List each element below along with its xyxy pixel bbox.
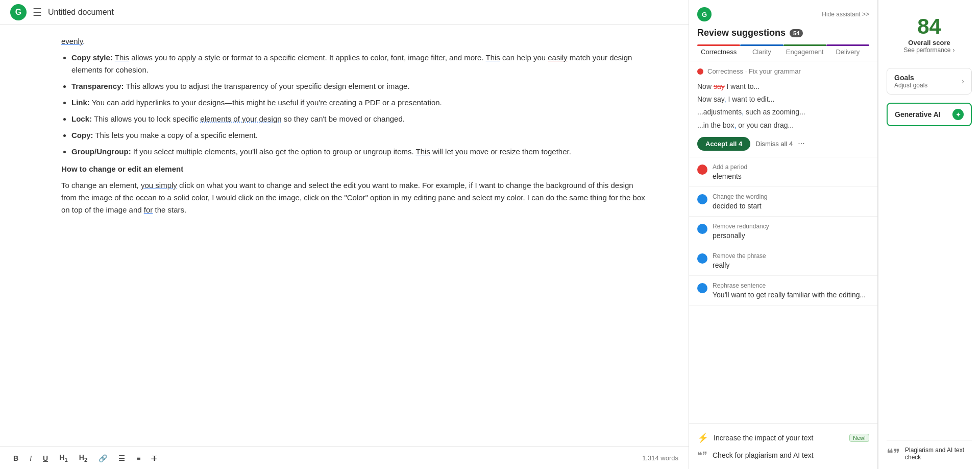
suggestion-text: You'll want to get really familiar with …	[713, 291, 866, 299]
gen-ai-box[interactable]: Generative AI ✦	[887, 103, 972, 126]
chevron-right-icon: ›	[962, 77, 964, 86]
suggestion-dot-blue3	[697, 253, 707, 264]
link-button[interactable]: 🔗	[95, 452, 110, 464]
unordered-list-button[interactable]: ≡	[133, 452, 143, 464]
list-item: Lock: This allows you to lock specific e…	[71, 113, 648, 125]
h1-button[interactable]: H1	[56, 451, 71, 465]
suggestion-text: decided to start	[713, 202, 767, 210]
suggestion-text: personally	[713, 231, 769, 240]
panel-footer: ⚡ Increase the impact of your text New! …	[689, 424, 877, 469]
fix-item: Now say, I want to edit...	[697, 93, 869, 106]
score-box: 84 Overall score See performance ›	[887, 8, 972, 60]
overall-score: 84	[893, 14, 966, 39]
suggestion-remove-phrase[interactable]: Remove the phrase really	[689, 246, 877, 276]
suggestion-header: Remove redundancy	[713, 223, 769, 230]
suggestion-remove-redundancy[interactable]: Remove redundancy personally	[689, 217, 877, 246]
suggestion-add-period[interactable]: Add a period elements	[689, 157, 877, 187]
grammar-fix-header: Correctness · Fix your grammar	[697, 67, 869, 75]
plagiarism-box[interactable]: ❝❞ Plagiarism and AI text check	[887, 440, 972, 461]
h2-button[interactable]: H2	[76, 451, 91, 465]
grammarly-logo-small: G	[697, 7, 712, 21]
plagiarism-label: Check for plagiarism and AI text	[713, 451, 814, 459]
suggestion-dot-blue	[697, 194, 707, 204]
grammar-fix-section: Correctness · Fix your grammar Now say I…	[689, 61, 877, 157]
tab-engagement[interactable]: Engagement	[783, 44, 826, 61]
suggestion-header: Remove the phrase	[713, 252, 766, 260]
gen-ai-label: Generative AI	[895, 110, 941, 119]
document-area: G ☰ Untitled document evenly. Copy style…	[0, 0, 689, 469]
clear-format-button[interactable]: T̶	[149, 452, 160, 464]
fix-item: Now say I want to...	[697, 80, 869, 93]
doc-toolbar: B I U H1 H2 🔗 ☰ ≡ T̶ 1,314 words	[0, 447, 689, 469]
more-options-button[interactable]: ···	[798, 139, 804, 148]
fix-items: Now say I want to... Now say, I want to …	[697, 80, 869, 132]
panel-header: G Hide assistant >> Review suggestions 5…	[689, 0, 877, 61]
overall-label: Overall score	[893, 39, 966, 46]
list-item: Copy style: This allows you to apply a s…	[71, 52, 648, 76]
review-title: Review suggestions 54	[697, 28, 869, 38]
fix-item: ...in the box, or you can drag...	[697, 119, 869, 132]
impact-item[interactable]: ⚡ Increase the impact of your text New!	[697, 429, 869, 447]
suggestion-dot-blue4	[697, 283, 707, 293]
list-item: Group/Ungroup: If you select multiple el…	[71, 146, 648, 158]
accept-all-button[interactable]: Accept all 4	[697, 137, 750, 151]
score-panel: 84 Overall score See performance › Goals…	[878, 0, 980, 469]
review-panel: G Hide assistant >> Review suggestions 5…	[689, 0, 878, 469]
list-item: Transparency: This allows you to adjust …	[71, 80, 648, 92]
grammarly-logo: G	[10, 4, 27, 20]
goals-box[interactable]: Goals Adjust goals ›	[887, 68, 972, 95]
suggestion-change-wording[interactable]: Change the wording decided to start	[689, 187, 877, 217]
plagiarism-item[interactable]: ❝❞ Check for plagiarism and AI text	[697, 447, 869, 464]
gen-ai-icon: ✦	[952, 109, 964, 120]
doc-title: Untitled document	[48, 8, 114, 17]
tab-bar: Correctness Clarity Engagement Delivery	[697, 44, 869, 61]
tab-clarity[interactable]: Clarity	[740, 44, 783, 61]
bullet-list: Copy style: This allows you to apply a s…	[71, 52, 648, 158]
correctness-dot	[697, 68, 703, 75]
plagiarism-icon: ❝❞	[887, 447, 900, 461]
tab-correctness[interactable]: Correctness	[697, 44, 740, 61]
panel-header-top: G Hide assistant >>	[697, 7, 869, 21]
goals-title: Goals	[894, 74, 927, 82]
menu-icon[interactable]: ☰	[33, 6, 42, 18]
hide-assistant-button[interactable]: Hide assistant >>	[822, 11, 869, 18]
suggestion-header: Add a period	[713, 163, 747, 171]
impact-label: Increase the impact of your text	[714, 434, 813, 442]
panel-body: Correctness · Fix your grammar Now say I…	[689, 61, 877, 424]
tab-delivery[interactable]: Delivery	[826, 44, 869, 61]
section-heading: How to change or edit an element	[61, 163, 648, 175]
bold-button[interactable]: B	[10, 452, 21, 464]
suggestion-dot-red	[697, 165, 707, 175]
doc-content[interactable]: evenly. Copy style: This allows you to a…	[0, 25, 689, 447]
see-performance-link[interactable]: See performance ›	[893, 46, 966, 54]
quotes-icon: ❝❞	[697, 450, 707, 461]
suggestion-header: Change the wording	[713, 193, 767, 200]
text-evenly: evenly	[61, 37, 83, 45]
list-item: Copy: This lets you make a copy of a spe…	[71, 129, 648, 142]
lightning-icon: ⚡	[697, 432, 708, 443]
suggestion-text: elements	[713, 172, 747, 180]
plagiarism-text: Plagiarism and AI text check	[905, 447, 972, 461]
ordered-list-button[interactable]: ☰	[115, 452, 128, 464]
word-count: 1,314 words	[642, 454, 678, 462]
list-item: Link: You can add hyperlinks to your des…	[71, 97, 648, 109]
suggestion-rephrase[interactable]: Rephrase sentence You'll want to get rea…	[689, 276, 877, 306]
accept-bar: Accept all 4 Dismiss all 4 ···	[697, 137, 869, 151]
adjust-goals: Adjust goals	[894, 82, 927, 89]
italic-button[interactable]: I	[27, 452, 35, 464]
suggestion-dot-blue2	[697, 224, 707, 234]
doc-header: G ☰ Untitled document	[0, 0, 689, 25]
plagiarism-footer-item[interactable]: ❝❞ Plagiarism and AI text check	[887, 447, 972, 461]
new-badge: New!	[849, 434, 869, 442]
suggestion-text: really	[713, 261, 766, 269]
section-paragraph: To change an element, you simply click o…	[61, 179, 648, 216]
fix-label: Correctness · Fix your grammar	[707, 67, 801, 75]
dismiss-all-button[interactable]: Dismiss all 4	[755, 140, 793, 148]
suggestion-header: Rephrase sentence	[713, 282, 866, 289]
review-badge: 54	[790, 29, 803, 37]
underline-button[interactable]: U	[40, 452, 51, 464]
fix-item: ...adjustments, such as zooming...	[697, 106, 869, 119]
